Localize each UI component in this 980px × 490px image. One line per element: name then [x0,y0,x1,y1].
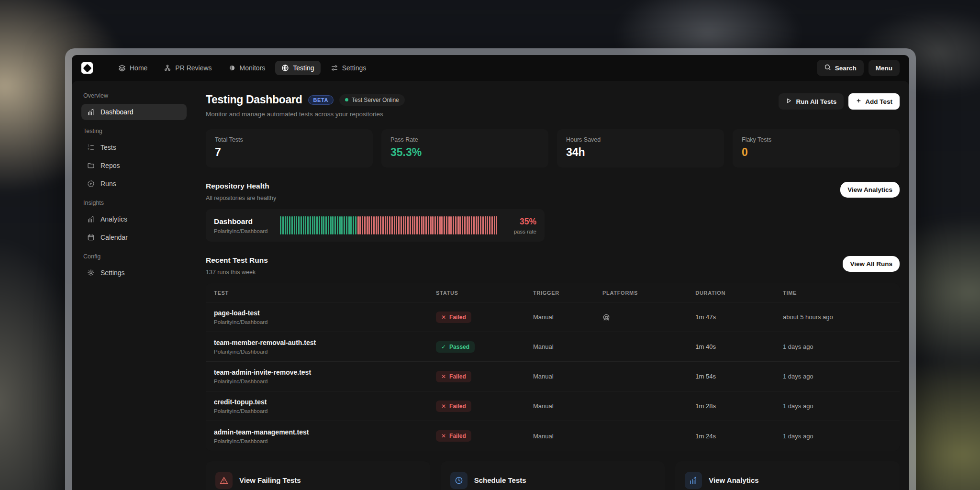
add-test-button[interactable]: Add Test [848,93,900,110]
home-icon [118,64,126,72]
repos-icon [87,162,95,169]
status-cell: ✕ Failed [428,371,525,382]
page-subtitle: Monitor and manage automated tests acros… [206,111,779,118]
nav-item-home[interactable]: Home [112,61,154,75]
pass-rate-label: pass rate [506,229,536,234]
table-row[interactable]: team-member-removal-auth.test Polarityin… [206,332,900,362]
health-segment [334,216,336,234]
x-icon: ✕ [441,433,446,439]
health-segment [396,216,397,234]
repo-health-card[interactable]: Dashboard Polarityinc/Dashboard 35% pass… [206,209,545,242]
test-cell: team-member-removal-auth.test Polarityin… [206,339,428,355]
table-row[interactable]: page-load-test Polarityinc/Dashboard ✕ F… [206,302,900,332]
column-header-status: STATUS [428,290,525,296]
sidebar-item-tests[interactable]: 12 Tests [81,139,187,156]
view-analytics-button[interactable]: View Analytics [840,182,900,198]
view-analytics-label: View Analytics [847,186,892,193]
health-segment [405,216,406,234]
analytics-icon [87,215,95,223]
testing-icon [281,64,289,72]
health-segment [325,216,327,234]
header-actions: Run All Tests Add Test [779,93,900,110]
nav-item-monitors[interactable]: Monitors [222,61,272,75]
sidebar-item-analytics[interactable]: Analytics [81,211,187,227]
primary-nav: Home PR Reviews Monitors Testing Setting… [112,61,804,75]
search-button[interactable]: Search [817,60,864,76]
status-badge: ✕ Failed [436,430,471,442]
health-segment [450,216,452,234]
health-segment [282,216,284,234]
x-icon: ✕ [441,314,446,321]
status-cell: ✕ Failed [428,312,525,323]
health-segment [391,216,393,234]
health-segment [387,216,388,234]
health-segment [355,216,356,234]
chart-icon [689,476,698,485]
health-segment [294,216,295,234]
table-row[interactable]: admin-team-management.test Polarityinc/D… [206,421,900,451]
health-segment [425,216,427,234]
health-segment [412,216,413,234]
nav-item-label: Home [130,64,147,72]
health-segment [376,216,377,234]
time-cell: 1 days ago [775,373,900,380]
status-badge: ✓ Passed [436,341,475,353]
quick-action-view-failing-tests[interactable]: View Failing Tests [206,461,430,490]
add-test-label: Add Test [865,98,892,105]
x-icon: ✕ [441,373,446,380]
stat-value: 34h [566,146,715,159]
sidebar-item-dashboard[interactable]: Dashboard [81,104,187,120]
test-name: credit-topup.test [214,398,428,406]
health-segment [410,216,411,234]
stat-card-total-tests: Total Tests 7 [206,129,373,167]
sidebar-item-label: Dashboard [100,108,134,116]
health-segment [416,216,418,234]
status-label: Failed [449,403,466,410]
plus-icon [856,98,862,105]
table-row[interactable]: team-admin-invite-remove.test Polarityin… [206,362,900,391]
test-cell: team-admin-invite-remove.test Polarityin… [206,368,428,384]
nav-item-pr-reviews[interactable]: PR Reviews [157,61,218,75]
menu-button[interactable]: Menu [869,60,900,76]
health-segment [382,216,384,234]
health-segment [344,216,345,234]
health-segment [303,216,304,234]
recent-runs-table: TESTSTATUSTRIGGERPLATFORMSDURATIONTIME p… [206,283,900,451]
sidebar-item-settings[interactable]: Settings [81,265,187,281]
health-segment [298,216,300,234]
platform-cell [594,313,687,321]
repo-health-subtitle: All repositories are healthy [206,195,840,201]
nav-item-settings[interactable]: Settings [324,61,373,75]
status-badge: ✕ Failed [436,312,471,323]
sidebar-item-runs[interactable]: Runs [81,176,187,192]
view-all-runs-button[interactable]: View All Runs [843,256,900,272]
table-row[interactable]: credit-topup.test Polarityinc/Dashboard … [206,391,900,421]
table-header-row: TESTSTATUSTRIGGERPLATFORMSDURATIONTIME [206,283,900,302]
quick-action-label: Schedule Tests [474,476,526,484]
main-panel: Testing Dashboard BETA Test Server Onlin… [195,81,909,490]
stat-value: 35.3% [390,146,539,159]
status-badge: ✕ Failed [436,371,471,382]
sidebar-item-label: Tests [100,144,116,151]
brand-logo-icon[interactable] [81,62,93,74]
test-repo: Polarityinc/Dashboard [214,379,428,384]
run-all-tests-button[interactable]: Run All Tests [779,93,844,110]
quick-action-schedule-tests[interactable]: Schedule Tests [441,461,665,490]
sidebar-item-label: Settings [100,269,125,277]
health-segment [348,216,350,234]
sidebar-item-repos[interactable]: Repos [81,157,187,174]
repo-health-title: Repository Health [206,182,840,190]
nav-item-label: PR Reviews [175,64,212,72]
status-cell: ✕ Failed [428,401,525,412]
health-segment [321,216,323,234]
sidebar-item-calendar[interactable]: Calendar [81,229,187,245]
server-online-dot-icon [345,98,348,101]
quick-action-view-analytics[interactable]: View Analytics [675,461,900,490]
nav-item-testing[interactable]: Testing [275,61,320,75]
health-segment [280,216,281,234]
health-segment [441,216,443,234]
health-segment [464,216,466,234]
health-segment [350,216,352,234]
settings-icon [331,64,338,72]
status-label: Failed [449,373,466,380]
